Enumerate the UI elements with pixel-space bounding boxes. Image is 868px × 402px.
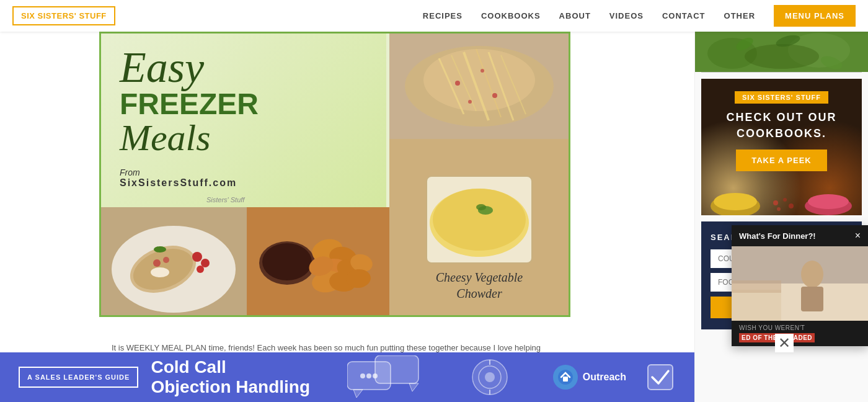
- svg-point-31: [197, 266, 204, 273]
- ad-icon-group: [347, 355, 422, 399]
- svg-text:Cheesy Vegetable: Cheesy Vegetable: [436, 270, 523, 285]
- outreach-icon: [553, 365, 578, 390]
- ad-right-icons: Outreach: [553, 362, 676, 393]
- watermark: Sisters' Stuff: [206, 196, 244, 203]
- header: SIX SISTERS' STUFF RECIPES COOKBOOKS ABO…: [0, 0, 868, 32]
- svg-point-72: [366, 373, 371, 378]
- video-popup: What's For Dinner?! × WISH YOU WEREN'T E…: [732, 225, 868, 346]
- food-image-top-right: [389, 34, 569, 139]
- hero-meals-text: Meals: [120, 119, 368, 156]
- svg-rect-69: [375, 355, 418, 383]
- svg-point-32: [154, 246, 166, 252]
- checkbox-icon: [645, 362, 676, 393]
- svg-point-29: [192, 252, 202, 262]
- hero-text-area: Easy FREEZER Meals From SixSistersStuff.…: [101, 34, 386, 207]
- hero-easy-text: Easy: [120, 46, 368, 89]
- ad-title: Cold Call Objection Handling: [151, 357, 310, 397]
- hero-from-text: From: [120, 168, 368, 177]
- svg-point-55: [783, 198, 787, 202]
- main-nav: RECIPES COOKBOOKS ABOUT VIDEOS CONTACT O…: [423, 5, 856, 27]
- bottom-ad-banner: A SALES LEADER'S GUIDE Cold Call Objecti…: [0, 352, 694, 402]
- svg-point-28: [151, 267, 169, 277]
- svg-point-26: [153, 259, 161, 267]
- menu-plans-button[interactable]: MENU PLANS: [774, 5, 856, 27]
- svg-point-76: [485, 372, 495, 382]
- video-popup-wish-text: WISH YOU WEREN'T: [739, 324, 805, 331]
- video-popup-bottom: WISH YOU WEREN'T ED OF THE DREADED: [732, 321, 868, 346]
- video-popup-header: What's For Dinner?! ×: [732, 225, 868, 246]
- food-image-mid-right: Cheesy Vegetable Chowder: [389, 139, 569, 317]
- svg-point-54: [773, 200, 778, 205]
- cookbook-subtitle: COOKBOOKS.: [711, 127, 852, 140]
- nav-contact[interactable]: CONTACT: [662, 11, 706, 20]
- food-image-bottom-mid: [247, 207, 389, 317]
- svg-rect-80: [563, 377, 568, 382]
- svg-point-71: [360, 373, 365, 378]
- svg-point-12: [468, 100, 472, 104]
- svg-point-10: [480, 69, 484, 73]
- divider: [701, 72, 862, 73]
- svg-rect-62: [732, 246, 868, 284]
- main-content: Easy FREEZER Meals From SixSistersStuff.…: [0, 32, 868, 402]
- svg-point-11: [492, 93, 497, 98]
- hero-image: Easy FREEZER Meals From SixSistersStuff.…: [99, 32, 570, 317]
- video-popup-title: What's For Dinner?!: [739, 231, 816, 241]
- svg-point-57: [789, 203, 794, 208]
- cookbook-title: CHECK OUT OUR: [711, 111, 852, 124]
- site-logo[interactable]: SIX SISTERS' STUFF: [12, 6, 115, 25]
- hero-from-area: From SixSistersStuff.com: [120, 168, 368, 189]
- nav-recipes[interactable]: RECIPES: [423, 11, 463, 20]
- nav-cookbooks[interactable]: COOKBOOKS: [481, 11, 541, 20]
- svg-rect-65: [732, 290, 781, 321]
- outreach-label: Outreach: [583, 372, 626, 383]
- svg-point-56: [777, 207, 781, 211]
- svg-marker-68: [353, 390, 363, 398]
- svg-point-19: [476, 204, 486, 210]
- left-area: Easy FREEZER Meals From SixSistersStuff.…: [0, 32, 694, 402]
- svg-point-48: [745, 44, 819, 69]
- svg-point-35: [262, 243, 312, 280]
- svg-point-9: [455, 81, 460, 86]
- ad-outreach-logo: Outreach: [553, 365, 626, 390]
- svg-point-53: [714, 193, 757, 210]
- food-image-inner: [389, 34, 569, 139]
- food-image-bottom-left: [101, 207, 247, 317]
- svg-point-59: [808, 194, 849, 209]
- take-peek-button[interactable]: TAKE A PEEK: [736, 150, 826, 171]
- video-popup-close-button[interactable]: ×: [855, 230, 861, 241]
- cookbook-promo: SIX SISTERS' STUFF CHECK OUT OUR COOKBOO…: [701, 79, 862, 215]
- svg-rect-66: [732, 280, 781, 293]
- svg-point-27: [163, 257, 169, 263]
- ad-close-button[interactable]: ✕: [775, 334, 794, 352]
- ad-sales-guide: A SALES LEADER'S GUIDE: [19, 367, 138, 388]
- nav-other[interactable]: OTHER: [724, 11, 756, 20]
- hero-freezer-text: FREEZER: [120, 89, 368, 119]
- hero-site-text: SixSistersStuff.com: [120, 177, 368, 189]
- svg-point-73: [373, 373, 378, 378]
- svg-point-17: [433, 189, 526, 251]
- chat-bubbles-icon: [347, 355, 422, 399]
- svg-text:Chowder: Chowder: [456, 287, 502, 300]
- nav-videos[interactable]: VIDEOS: [609, 11, 644, 20]
- svg-rect-64: [801, 287, 823, 311]
- svg-marker-70: [409, 383, 418, 391]
- video-popup-thumbnail[interactable]: [732, 246, 868, 321]
- cookbook-tag: SIX SISTERS' STUFF: [735, 91, 828, 104]
- ad-antenna-icon-group: [471, 359, 508, 396]
- svg-point-63: [801, 261, 823, 288]
- sidebar-top-image: [695, 32, 868, 72]
- nav-about[interactable]: ABOUT: [559, 11, 591, 20]
- antenna-icon: [471, 359, 508, 396]
